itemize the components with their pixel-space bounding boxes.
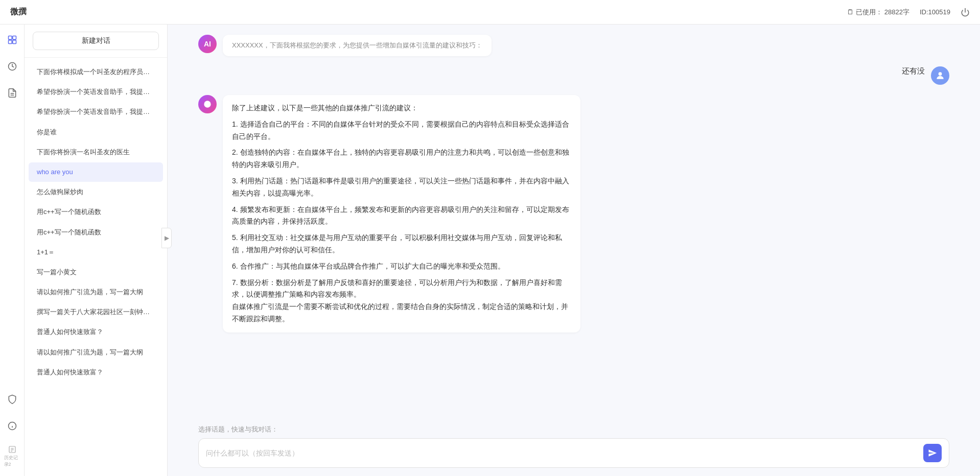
app-logo: 微撰 <box>10 7 27 17</box>
ai-avatar: AI <box>198 35 217 53</box>
usage-icon: 🗒 <box>847 8 854 16</box>
nav-clock[interactable] <box>3 57 21 76</box>
main-layout: 历史记录2 新建对话 下面你将模拟成一个叫圣友的程序员，我说...希望你扮演一个… <box>0 25 980 476</box>
user-message-text: 还有没 <box>902 66 925 76</box>
sidebar-item[interactable]: 撰写一篇关于八大家花园社区一刻钟便民生... <box>29 302 163 322</box>
sidebar-item[interactable]: 希望你扮演一个英语发音助手，我提供给你... <box>29 82 163 102</box>
sidebar-collapse-button[interactable]: ▶ <box>161 228 172 248</box>
sidebar-item[interactable]: 写一篇小黄文 <box>29 263 163 282</box>
svg-rect-1 <box>8 36 12 40</box>
ai-message-row: 除了上述建议，以下是一些其他的自媒体推广引流的建议： 1. 选择适合自己的平台：… <box>198 95 949 332</box>
sidebar-item[interactable]: 下面你将模拟成一个叫圣友的程序员，我说... <box>29 62 163 82</box>
ai-point: 5. 利用社交互动：社交媒体是与用户互动的重要平台，可以积极利用社交媒体与用户互… <box>232 232 571 256</box>
ai-conclusion: 自媒体推广引流是一个需要不断尝试和优化的过程，需要结合自身的实际情况，制定合适的… <box>232 301 571 325</box>
ai-response-avatar <box>198 95 217 113</box>
topbar: 微撰 🗒 已使用： 28822字 ID:100519 <box>0 0 980 25</box>
ai-point: 1. 选择适合自己的平台：不同的自媒体平台针对的受众不同，需要根据自己的内容特点… <box>232 118 571 143</box>
user-message-row: 还有没 <box>198 66 949 85</box>
sidebar: 新建对话 下面你将模拟成一个叫圣友的程序员，我说...希望你扮演一个英语发音助手… <box>25 25 168 476</box>
sidebar-item[interactable]: 用c++写一个随机函数 <box>29 202 163 222</box>
user-avatar <box>931 66 949 85</box>
usage-label: 已使用： <box>856 8 882 17</box>
conversation-list: 下面你将模拟成一个叫圣友的程序员，我说...希望你扮演一个英语发音助手，我提供给… <box>25 58 167 476</box>
svg-rect-11 <box>9 446 15 453</box>
nav-info[interactable] <box>3 417 21 435</box>
sidebar-item[interactable]: 普通人如何快速致富？ <box>29 322 163 342</box>
chat-input[interactable] <box>206 449 918 457</box>
sidebar-item[interactable]: who are you <box>29 162 163 182</box>
svg-point-15 <box>939 72 942 76</box>
collapse-icon: ▶ <box>165 234 169 242</box>
svg-point-16 <box>204 101 211 107</box>
quick-topics-label: 选择话题，快速与我对话： <box>198 425 949 434</box>
chat-area: AI XXXXXXX，下面我将根据您的要求，为您提供一些增加自媒体引流量的建议和… <box>168 25 980 476</box>
sidebar-item[interactable]: 请以如何推广引流为题，写一篇大纲 <box>29 343 163 362</box>
sidebar-item[interactable]: 请以如何推广引流为题，写一篇大纲 <box>29 282 163 302</box>
power-button[interactable] <box>961 8 970 17</box>
sidebar-item[interactable]: 用c++写一个随机函数 <box>29 223 163 242</box>
partial-message-row: AI XXXXXXX，下面我将根据您的要求，为您提供一些增加自媒体引流量的建议和… <box>198 35 949 56</box>
usage-value: 28822字 <box>884 8 909 17</box>
ai-message-bubble: 除了上述建议，以下是一些其他的自媒体推广引流的建议： 1. 选择适合自己的平台：… <box>223 95 580 332</box>
send-button[interactable] <box>923 444 942 462</box>
partial-bubble: XXXXXXX，下面我将根据您的要求，为您提供一些增加自媒体引流量的建议和技巧： <box>223 35 492 56</box>
input-box <box>198 438 949 468</box>
history-label: 历史记录2 <box>4 455 20 468</box>
topbar-right: 🗒 已使用： 28822字 ID:100519 <box>847 8 970 17</box>
partial-text: XXXXXXX，下面我将根据您的要求，为您提供一些增加自媒体引流量的建议和技巧： <box>232 41 482 49</box>
chat-input-area: 选择话题，快速与我对话： <box>168 419 980 476</box>
ai-point: 7. 数据分析：数据分析是了解用户反馈和喜好的重要途径，可以分析用户行为和数据，… <box>232 277 571 301</box>
svg-rect-4 <box>12 40 16 44</box>
sidebar-item[interactable]: 下面你将扮演一名叫圣友的医生 <box>29 142 163 162</box>
sidebar-item[interactable]: 1+1＝ <box>29 243 163 262</box>
sidebar-item[interactable]: 普通人如何快速致富？ <box>29 363 163 382</box>
message-list: AI XXXXXXX，下面我将根据您的要求，为您提供一些增加自媒体引流量的建议和… <box>168 25 980 419</box>
ai-point: 6. 合作推广：与其他自媒体平台或品牌合作推广，可以扩大自己的曝光率和受众范围。 <box>232 260 571 273</box>
sidebar-item[interactable]: 怎么做狗屎炒肉 <box>29 182 163 202</box>
ai-point: 2. 创造独特的内容：在自媒体平台上，独特的内容更容易吸引用户的注意力和共鸣，可… <box>232 147 571 171</box>
icon-bar: 历史记录2 <box>0 25 25 476</box>
sidebar-item[interactable]: 你是谁 <box>29 123 163 142</box>
nav-home[interactable] <box>3 31 21 49</box>
usage-display: 🗒 已使用： 28822字 <box>847 8 909 17</box>
nav-doc[interactable] <box>3 84 21 102</box>
new-chat-button[interactable]: 新建对话 <box>33 32 159 50</box>
svg-rect-3 <box>8 40 12 44</box>
ai-point: 3. 利用热门话题：热门话题和事件是吸引用户的重要途径，可以关注一些热门话题和事… <box>232 175 571 200</box>
sidebar-header: 新建对话 <box>25 25 167 58</box>
sidebar-item[interactable]: 希望你扮演一个英语发音助手，我提供给你... <box>29 102 163 122</box>
ai-intro: 除了上述建议，以下是一些其他的自媒体推广引流的建议： <box>232 102 571 114</box>
user-id: ID:100519 <box>920 8 950 16</box>
nav-shield[interactable] <box>3 390 21 409</box>
ai-point: 4. 频繁发布和更新：在自媒体平台上，频繁发布和更新的内容更容易吸引用户的关注和… <box>232 204 571 228</box>
ai-points: 1. 选择适合自己的平台：不同的自媒体平台针对的受众不同，需要根据自己的内容特点… <box>232 118 571 301</box>
svg-rect-2 <box>12 36 16 40</box>
nav-history[interactable]: 历史记录2 <box>3 443 21 470</box>
